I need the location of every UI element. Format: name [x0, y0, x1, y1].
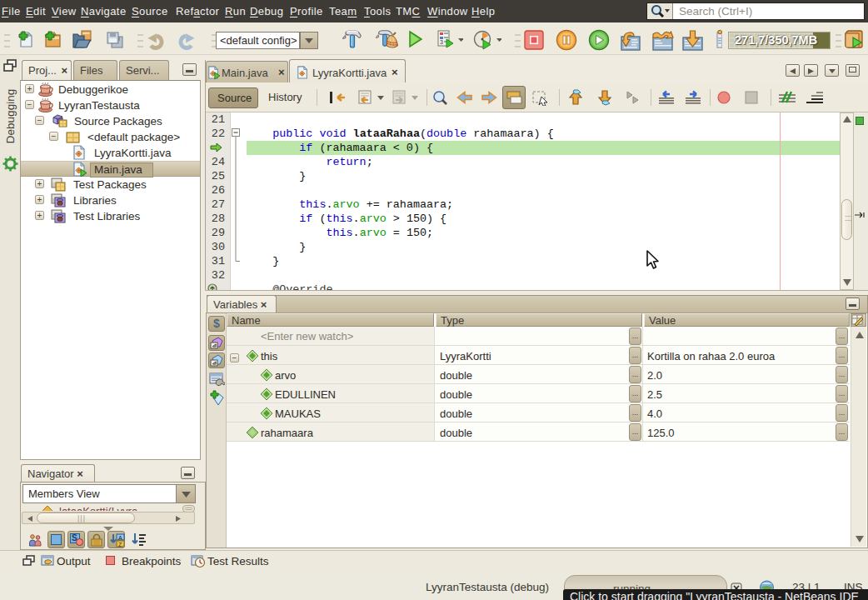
- svg-text:Z: Z: [118, 542, 122, 548]
- svg-text:3: 3: [440, 39, 443, 45]
- svg-text:A: A: [118, 535, 122, 541]
